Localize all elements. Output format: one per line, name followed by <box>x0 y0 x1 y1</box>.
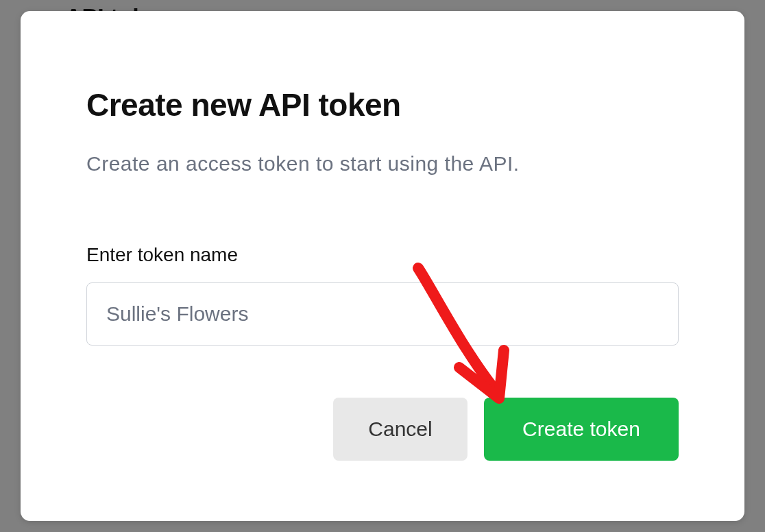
modal-actions: Cancel Create token <box>86 398 679 461</box>
token-name-input[interactable] <box>86 282 679 346</box>
modal-subtitle: Create an access token to start using th… <box>86 152 679 176</box>
modal-title: Create new API token <box>86 86 679 123</box>
token-name-label: Enter token name <box>86 244 679 266</box>
cancel-button[interactable]: Cancel <box>333 398 467 461</box>
create-token-button[interactable]: Create token <box>484 398 679 461</box>
create-token-modal: Create new API token Create an access to… <box>21 11 744 521</box>
